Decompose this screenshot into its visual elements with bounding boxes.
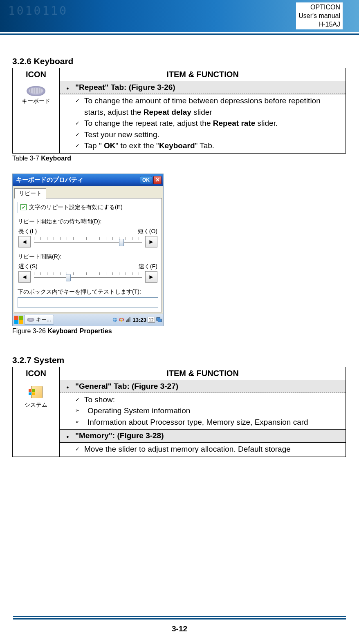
enable-repeat-label: 文字のリピート設定を有効にする(E) bbox=[29, 204, 123, 211]
desktop-icon[interactable] bbox=[156, 317, 162, 323]
header-text: OPTICON User's manual H-15AJ bbox=[296, 2, 343, 29]
general-tab-heading: "General" Tab: (Figure 3-27) bbox=[60, 380, 346, 393]
mock-panel: ✓ 文字のリピート設定を有効にする(E) リピート開始までの待ち時間(D): 長… bbox=[14, 198, 162, 312]
rate-increase-button[interactable]: ► bbox=[145, 271, 157, 283]
mock-taskbar: キー... 13:23 12 bbox=[13, 314, 163, 326]
header-banner: OPTICON User's manual H-15AJ bbox=[0, 0, 359, 32]
close-button[interactable]: ✕ bbox=[153, 176, 162, 184]
network-icon[interactable] bbox=[112, 317, 118, 323]
th-icon-2: ICON bbox=[13, 367, 60, 380]
rate-slider-thumb[interactable] bbox=[66, 274, 71, 281]
keyboard-properties-screenshot: キーボードのプロパティ OK ✕ リピート ✓ 文字のリピート設定を有効にする(… bbox=[12, 174, 164, 326]
checkbox-checked-icon[interactable]: ✓ bbox=[20, 204, 27, 210]
taskbar-clock: 13:23 bbox=[133, 317, 146, 323]
mock-titlebar: キーボードのプロパティ OK ✕ bbox=[13, 174, 163, 186]
repeat-tab[interactable]: リピート bbox=[14, 188, 46, 198]
system-icon-cell: システム bbox=[13, 380, 60, 457]
delay-increase-button[interactable]: ► bbox=[145, 236, 157, 247]
keyboard-icon-cell: キーボード bbox=[13, 81, 60, 154]
header-line1: OPTICON bbox=[310, 4, 340, 11]
rate-decrease-button[interactable]: ◄ bbox=[18, 271, 31, 283]
delay-slider-block: 長く(L) 短く(O) ◄ ► bbox=[18, 228, 157, 247]
signal-icon[interactable] bbox=[126, 317, 132, 323]
start-button[interactable] bbox=[14, 315, 23, 324]
enable-repeat-row[interactable]: ✓ 文字のリピート設定を有効にする(E) bbox=[18, 202, 158, 213]
memory-tab-heading: "Memory": (Figure 3-28) bbox=[60, 430, 346, 442]
header-rule bbox=[0, 32, 359, 35]
taskbar-task-keyboard[interactable]: キー... bbox=[24, 315, 54, 325]
battery-icon[interactable] bbox=[119, 317, 125, 323]
taskbar-task-label: キー... bbox=[36, 316, 51, 323]
tray-area: 13:23 12 bbox=[112, 317, 162, 323]
kb-item-2: To change the repeat rate, adjust the Re… bbox=[75, 118, 343, 129]
section-system-heading: 3.2.7 System bbox=[12, 355, 346, 365]
kb-item-3: Test your new setting. bbox=[75, 129, 343, 140]
table-caption-keyboard: Table 3-7 Keyboard bbox=[12, 155, 346, 162]
svg-rect-8 bbox=[158, 319, 162, 322]
figure-caption-keyboard: Figure 3-26 Keyboard Properties bbox=[12, 328, 346, 335]
to-show-label: To show: bbox=[75, 394, 343, 406]
header-line3: H-15AJ bbox=[319, 21, 340, 28]
rate-label: リピート間隔(R): bbox=[18, 253, 158, 261]
svg-rect-2 bbox=[123, 319, 124, 320]
delay-label: リピート開始までの待ち時間(D): bbox=[18, 218, 158, 225]
rate-fast-label: 速く(F) bbox=[139, 263, 157, 270]
repeat-tab-heading: "Repeat" Tab: (Figure 3-26) bbox=[60, 81, 346, 94]
delay-decrease-button[interactable]: ◄ bbox=[18, 236, 31, 247]
page-number: 3-12 bbox=[0, 624, 359, 633]
section-keyboard-heading: 3.2.6 Keyboard bbox=[12, 56, 346, 66]
show-item-os: Operating System information bbox=[75, 405, 343, 417]
rate-slider-block: 遅く(S) 速く(F) ◄ ► bbox=[18, 263, 157, 283]
rate-slider[interactable] bbox=[32, 271, 144, 283]
keyboard-tray-icon bbox=[27, 318, 34, 322]
keyboard-icon-label: キーボード bbox=[22, 98, 50, 104]
ok-button[interactable]: OK bbox=[140, 176, 152, 184]
mock-title: キーボードのプロパティ bbox=[16, 176, 140, 184]
show-item-proc: Information about Processor type, Memory… bbox=[75, 417, 343, 428]
memory-item: Move the slider to adjust memory allocat… bbox=[75, 443, 343, 455]
header-line2: User's manual bbox=[298, 12, 340, 19]
system-icon bbox=[29, 385, 43, 400]
keyboard-item-list: To change the amount of time between dep… bbox=[60, 94, 346, 153]
delay-slider-thumb[interactable] bbox=[119, 239, 124, 246]
svg-rect-5 bbox=[128, 319, 129, 322]
sip-icon[interactable]: 12 bbox=[148, 317, 155, 323]
delay-short-label: 短く(O) bbox=[138, 228, 157, 235]
kb-item-1: To change the amount of time between dep… bbox=[75, 95, 343, 118]
footer-rule bbox=[13, 617, 346, 619]
test-input[interactable] bbox=[18, 297, 158, 308]
general-item-list: To show: Operating System information In… bbox=[60, 393, 346, 430]
svg-rect-3 bbox=[126, 321, 127, 322]
system-table: ICON ITEM & FUNCTION システム "General" Tab:… bbox=[12, 367, 346, 457]
memory-item-list: Move the slider to adjust memory allocat… bbox=[60, 443, 346, 457]
th-icon: ICON bbox=[13, 68, 60, 81]
th-func: ITEM & FUNCTION bbox=[60, 68, 346, 81]
keyboard-icon bbox=[27, 86, 45, 96]
system-icon-label: システム bbox=[25, 401, 47, 408]
svg-rect-6 bbox=[129, 317, 130, 322]
th-func-2: ITEM & FUNCTION bbox=[60, 367, 346, 380]
delay-slider[interactable] bbox=[32, 236, 144, 247]
svg-rect-4 bbox=[127, 319, 128, 322]
test-label: 下のボックス内でキーを押してテストします(T): bbox=[18, 288, 158, 296]
kb-item-4: Tap " OK" to exit the "Keyboard" Tab. bbox=[75, 140, 343, 152]
delay-long-label: 長く(L) bbox=[18, 228, 37, 235]
rate-slow-label: 遅く(S) bbox=[18, 263, 38, 270]
keyboard-table: ICON ITEM & FUNCTION キーボード "Repeat" Tab:… bbox=[12, 68, 346, 154]
